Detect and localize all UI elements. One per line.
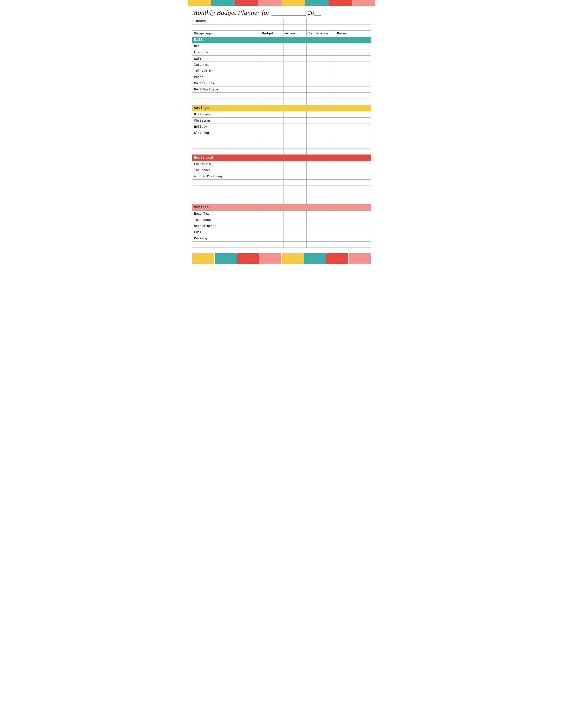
table-row: Television: [192, 68, 371, 74]
table-row: Insurance: [192, 217, 371, 223]
bills-council-tax: Council Tax: [192, 80, 260, 86]
table-row: Christmas: [192, 118, 371, 124]
col-header-budget: Budget: [260, 31, 283, 37]
table-row: Internet: [192, 62, 371, 68]
bills-internet: Internet: [192, 62, 260, 68]
income-budget: [260, 18, 283, 24]
col-header-outgoings: Outgoings: [192, 31, 260, 37]
bottom-block-teal: [214, 253, 237, 264]
bottom-block-yellow: [192, 253, 214, 264]
household-label: Household: [192, 155, 371, 161]
table-row: Road Tax: [192, 211, 371, 217]
table-row: [192, 136, 371, 142]
income-diff: [307, 18, 335, 24]
savings-clothing: Clothing: [192, 130, 260, 136]
section-header-bills: Bills: [192, 37, 371, 43]
table-row: Rent/Mortgage: [192, 86, 371, 93]
table-row: Phone: [192, 74, 371, 80]
top-bar-block-1: [188, 0, 211, 6]
vehicle-label: Vehicle: [192, 204, 371, 211]
savings-christmas: Christmas: [192, 118, 260, 124]
income-row: Income:: [192, 18, 371, 24]
col-header-difference: Difference: [307, 31, 335, 37]
empty-row-after-income: [192, 24, 371, 31]
bills-label: Bills: [192, 37, 371, 43]
section-header-household: Household: [192, 155, 371, 161]
bills-phone: Phone: [192, 74, 260, 80]
table-row: Window Cleaning: [192, 173, 371, 180]
top-bar-block-6: [305, 0, 328, 6]
table-row: Gas: [192, 43, 371, 49]
table-row: [192, 198, 371, 204]
top-color-bar: [188, 0, 375, 6]
section-header-savings: Savings: [192, 105, 371, 111]
table-row: [192, 148, 371, 155]
table-row: [192, 93, 371, 99]
savings-birthdays: Birthdays: [192, 111, 260, 118]
col-header-notes: Notes: [335, 31, 371, 37]
top-bar-block-2: [211, 0, 234, 6]
top-bar-block-8: [352, 0, 375, 6]
table-row: [192, 242, 371, 248]
bills-television: Television: [192, 68, 260, 74]
bottom-color-blocks: [188, 250, 375, 268]
page: Monthly Budget Planner for __________ 20…: [188, 0, 375, 268]
table-row: Parking: [192, 235, 371, 242]
table-row: [192, 192, 371, 198]
table-row: Maintainence: [192, 223, 371, 229]
page-title: Monthly Budget Planner for __________ 20…: [188, 6, 375, 18]
col-header-actual: Actual: [283, 31, 307, 37]
bills-water: Water: [192, 56, 260, 62]
table-row: [192, 99, 371, 105]
income-label: Income:: [192, 18, 260, 24]
income-actual: [283, 18, 307, 24]
table-row: [192, 186, 371, 192]
bottom-block-red2: [326, 253, 349, 264]
vehicle-fuel: Fuel: [192, 229, 260, 235]
vehicle-maintainence: Maintainence: [192, 223, 260, 229]
household-insurance: Insurance: [192, 167, 260, 173]
bills-gas: Gas: [192, 43, 260, 49]
bottom-block-pink2: [349, 253, 371, 264]
bills-electric: Electric: [192, 49, 260, 56]
table-row: Electric: [192, 49, 371, 56]
top-bar-block-4: [258, 0, 282, 6]
table-row: Insurance: [192, 167, 371, 173]
bottom-block-red: [237, 253, 259, 264]
income-notes: [335, 18, 371, 24]
table-row: Birthdays: [192, 111, 371, 118]
table-row: Water: [192, 56, 371, 62]
table-row: Holiday: [192, 124, 371, 130]
table-row: Clothing: [192, 130, 371, 136]
top-bar-block-3: [235, 0, 258, 6]
bottom-block-pink: [259, 253, 281, 264]
top-bar-block-7: [329, 0, 352, 6]
household-food-drink: Food/Drink: [192, 161, 260, 167]
table-row: [192, 180, 371, 186]
title-text: Monthly Budget Planner for __________ 20…: [192, 9, 321, 16]
vehicle-road-tax: Road Tax: [192, 211, 260, 217]
vehicle-parking: Parking: [192, 235, 260, 242]
table-row: [192, 142, 371, 148]
savings-holiday: Holiday: [192, 124, 260, 130]
vehicle-insurance: Insurance: [192, 217, 260, 223]
table-row: Fuel: [192, 229, 371, 235]
table-row: Food/Drink: [192, 161, 371, 167]
top-bar-block-5: [282, 0, 305, 6]
section-header-vehicle: Vehicle: [192, 204, 371, 211]
household-window-cleaning: Window Cleaning: [192, 173, 260, 180]
column-headers: Outgoings Budget Actual Difference Notes: [192, 31, 371, 37]
bottom-block-yellow2: [282, 253, 304, 264]
budget-table: Income: Outgoings Budget Actual Differen…: [192, 18, 371, 248]
table-row: Council Tax: [192, 80, 371, 86]
bottom-block-teal2: [304, 253, 326, 264]
savings-label: Savings: [192, 105, 371, 111]
bills-rent-mortgage: Rent/Mortgage: [192, 86, 260, 93]
